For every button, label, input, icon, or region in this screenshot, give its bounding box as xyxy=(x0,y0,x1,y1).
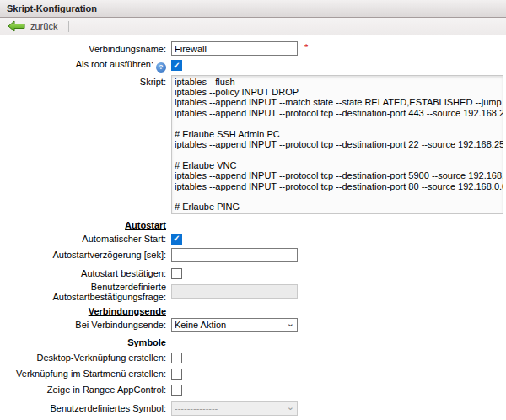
toolbar-separator xyxy=(68,21,69,32)
section-heading-autostart: Autostart xyxy=(0,220,166,230)
section-heading-symbols: Symbole xyxy=(0,337,166,347)
custom-symbol-row: Benutzerdefiniertes Symbol: ------------… xyxy=(0,401,506,416)
required-marker: * xyxy=(304,41,308,51)
connection-end-select[interactable]: Keine Aktion xyxy=(171,318,298,332)
page-title: Skript-Konfiguration xyxy=(7,3,97,13)
autostart-delay-row: Autostartverzögerung [sek]: xyxy=(0,248,506,262)
toolbar: zurück xyxy=(0,18,506,35)
help-icon[interactable]: ? xyxy=(156,62,166,73)
script-configuration-form: Verbindungsname: * Als root ausführen:? … xyxy=(0,35,506,416)
desktop-shortcut-row: Desktop-Verknüpfung erstellen: xyxy=(0,353,506,363)
confirm-autostart-row: Autostart bestätigen: xyxy=(0,268,506,279)
desktop-shortcut-checkbox[interactable] xyxy=(171,353,182,363)
run-as-root-checkbox[interactable] xyxy=(171,60,182,71)
custom-symbol-selected-value: -------------- xyxy=(175,403,287,413)
connection-end-label: Bei Verbindungsende: xyxy=(0,320,166,330)
custom-confirm-question-row: Benutzerdefinierte Autostartbestätigungs… xyxy=(0,282,506,302)
back-button[interactable]: zurück xyxy=(5,19,60,33)
confirm-autostart-label: Autostart bestätigen: xyxy=(0,268,166,278)
custom-confirm-question-label: Benutzerdefinierte Autostartbestätigungs… xyxy=(0,282,166,302)
back-arrow-icon xyxy=(8,20,25,32)
section-heading-connection-end: Verbindungsende xyxy=(0,306,166,316)
chevron-down-icon xyxy=(287,320,294,326)
script-label: Skript: xyxy=(0,75,166,87)
auto-start-label: Automatischer Start: xyxy=(0,234,166,244)
startmenu-shortcut-label: Verknüpfung im Startmenü erstellen: xyxy=(0,369,166,379)
auto-start-row: Automatischer Start: xyxy=(0,234,506,245)
back-button-label: zurück xyxy=(30,21,57,31)
chevron-down-icon xyxy=(287,403,294,410)
connection-name-row: Verbindungsname: * xyxy=(0,41,506,56)
autostart-delay-label: Autostartverzögerung [sek]: xyxy=(0,250,166,260)
confirm-autostart-checkbox[interactable] xyxy=(171,268,182,279)
script-row: Skript: iptables --flush iptables --poli… xyxy=(0,75,506,214)
run-as-root-row: Als root ausführen:? xyxy=(0,59,506,73)
autostart-delay-input[interactable] xyxy=(171,248,298,262)
appcontrol-row: Zeige in Rangee AppControl: xyxy=(0,385,506,396)
startmenu-shortcut-row: Verknüpfung im Startmenü erstellen: xyxy=(0,369,506,380)
connection-end-selected-value: Keine Aktion xyxy=(175,320,287,330)
auto-start-checkbox[interactable] xyxy=(171,234,182,245)
window-title-bar: Skript-Konfiguration xyxy=(0,0,506,18)
startmenu-shortcut-checkbox[interactable] xyxy=(171,369,182,380)
connection-name-input[interactable] xyxy=(171,41,298,56)
custom-symbol-label: Benutzerdefiniertes Symbol: xyxy=(0,403,166,413)
appcontrol-checkbox[interactable] xyxy=(171,385,182,396)
connection-end-row: Bei Verbindungsende: Keine Aktion xyxy=(0,318,506,332)
script-textarea[interactable]: iptables --flush iptables --policy INPUT… xyxy=(171,75,503,214)
run-as-root-label: Als root ausführen:? xyxy=(0,59,166,73)
desktop-shortcut-label: Desktop-Verknüpfung erstellen: xyxy=(0,353,166,363)
appcontrol-label: Zeige in Rangee AppControl: xyxy=(0,385,166,395)
custom-symbol-select: -------------- xyxy=(171,401,298,416)
custom-confirm-question-input xyxy=(171,284,298,299)
connection-name-label: Verbindungsname: xyxy=(0,44,166,54)
